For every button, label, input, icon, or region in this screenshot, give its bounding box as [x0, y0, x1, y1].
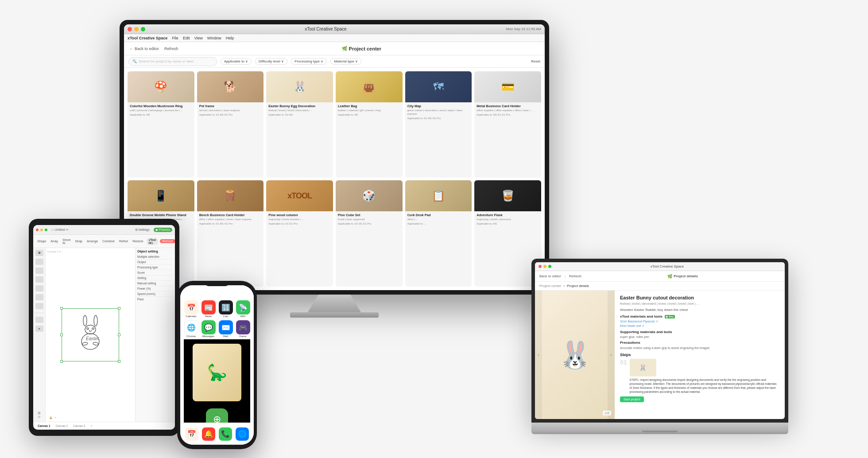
laptop-maximize-button[interactable] — [548, 265, 551, 268]
processing-filter-button[interactable]: Processing type ∨ — [291, 58, 327, 65]
ipad-sidebar-move-tool[interactable]: ⊕ — [35, 250, 43, 256]
ipad-tool-strap[interactable]: Strap — [74, 240, 84, 243]
start-project-button[interactable]: Start project — [620, 396, 644, 402]
maximize-button[interactable] — [141, 27, 145, 31]
ipad-maximize[interactable] — [45, 229, 47, 231]
dock-safari[interactable]: 🌐 — [236, 427, 249, 441]
selection-handle-mr[interactable] — [118, 334, 120, 336]
project-card-bag[interactable]: 👜 Leather Bag leather | material | gift … — [336, 71, 403, 178]
canvas-tab-1[interactable]: Canvas 1 — [36, 424, 52, 427]
right-panel-title: Object setting — [137, 250, 173, 253]
dock-calendar[interactable]: 📅 — [185, 427, 198, 441]
app-icon-calc[interactable]: 🔢 Calc — [218, 300, 233, 318]
dock-reminders[interactable]: 🔔 — [202, 427, 215, 441]
project-card-petframe[interactable]: 🐕 Pet frame animal | decoration | laser … — [197, 71, 264, 178]
close-button[interactable] — [128, 27, 132, 31]
project-card-beechcard[interactable]: 🪵 Beech Business Card Holder office | of… — [197, 180, 264, 287]
ipad-toolbar: Shape Array Shoot AI Strap Arrange Combi… — [33, 235, 175, 248]
project-card-pinecube[interactable]: 🎲 Pine Cube Set loved | laser supported … — [336, 180, 403, 287]
refresh-button[interactable]: Refresh — [164, 47, 178, 51]
ipad-minimize[interactable] — [40, 229, 43, 231]
selection-handle-tl[interactable] — [60, 307, 63, 310]
applicable-filter-button[interactable]: Applicable to ∨ — [221, 58, 252, 65]
monitor-screen: xTool Creative Space Mon Sep 19 11:50 AM… — [124, 24, 545, 290]
difficulty-filter-button[interactable]: Difficulty level ∨ — [255, 58, 287, 65]
laptop-detail-info: Easter Bunny cutout decoration festival … — [615, 291, 785, 419]
project-card-corkdesk[interactable]: 📋 Cork Desk Pad office | ... Applicable … — [405, 180, 472, 287]
tool-link-2[interactable]: Elixir blade unit ↗ — [620, 324, 779, 328]
project-card-mushroom[interactable]: 🍄 Colorful Wooden Mushroom Ring craft | … — [128, 71, 194, 178]
back-to-editor-button[interactable]: ← Back to editor — [129, 47, 159, 51]
selection-handle-br[interactable] — [118, 360, 120, 363]
minimize-button[interactable] — [134, 27, 139, 31]
ipad-sidebar-select[interactable] — [35, 259, 43, 265]
ipad-tool-refine[interactable]: Refine — [118, 240, 129, 243]
canvas-content[interactable]: Easter — [62, 308, 119, 361]
dock-phone[interactable]: 📞 — [219, 427, 232, 441]
project-card-citymap[interactable]: 🗺 City Map grace culture | decoration | … — [405, 71, 472, 178]
laptop-minimize-button[interactable] — [543, 265, 546, 268]
ipad-settings-btn[interactable]: ⚙ Settings — [133, 228, 152, 232]
tools-section: xTool materials and tools ▶ Pro 3mm Bass… — [620, 314, 779, 328]
ipad-tool-arrange[interactable]: Arrange — [85, 240, 99, 243]
ipad-close[interactable] — [36, 229, 39, 231]
app-icon-calendar[interactable]: 📅 Calendar — [184, 300, 198, 318]
app-icon-messages[interactable]: 💬 Messages — [201, 320, 216, 338]
menu-file[interactable]: File — [172, 36, 178, 40]
app-icon-game[interactable]: 🎮 Game — [236, 320, 250, 338]
ipad-tool-shape[interactable]: Shape — [36, 240, 47, 243]
rp-speed[interactable]: Speed (mm/s) — [137, 291, 173, 297]
canvas-tab-add[interactable]: + — [89, 424, 94, 427]
steps-section: Steps 01 🐰 STEP1: Import designing docum… — [620, 353, 779, 394]
menu-help[interactable]: Help — [226, 36, 234, 40]
ipad-sidebar-zoom[interactable] — [35, 294, 43, 300]
precautions-text: Accurate motion using a laser grip to as… — [620, 346, 779, 350]
ipad-sidebar-text[interactable] — [35, 276, 43, 283]
app-toolbar: ← Back to editor Refresh Project center — [124, 42, 545, 55]
rp-power[interactable]: Power (%) — [137, 286, 173, 291]
material-filter-button[interactable]: Material type ∨ — [330, 58, 361, 65]
app-icon-chrome[interactable]: 🌐 Chrome — [184, 320, 198, 338]
app-icon-wifi[interactable]: 📡 WiFi — [236, 300, 250, 318]
laptop-back-btn[interactable]: Back to editor — [539, 274, 561, 278]
laptop-refresh-btn[interactable]: Refresh — [569, 274, 581, 278]
canvas-indicator: ⊟ — [38, 415, 41, 418]
prev-image-button[interactable]: ‹ — [535, 291, 542, 419]
tool-link-1[interactable]: 3mm Basswood Plywood ↗ — [620, 320, 779, 323]
ipad-sidebar-plus[interactable]: + — [35, 326, 43, 332]
canvas-tab-2[interactable]: Canvas 2 — [54, 424, 70, 427]
selection-handle-ml[interactable] — [60, 334, 63, 336]
rp-manual-setting[interactable]: Manual setting — [137, 281, 173, 286]
menu-xtool[interactable]: xTool Creative Space — [128, 36, 167, 40]
selection-handle-tr[interactable] — [118, 307, 120, 310]
menu-view[interactable]: View — [194, 36, 202, 40]
project-card-pinewood[interactable]: xTOOL Pine wood column engraving | lovel… — [266, 180, 333, 287]
menu-edit[interactable]: Edit — [183, 36, 190, 40]
ipad-tool-array[interactable]: Array — [49, 240, 59, 243]
app-icon-mail[interactable]: ✉️ Mail — [218, 320, 233, 338]
ipad-status-badge[interactable]: Refresh — [160, 239, 175, 243]
ipad-tool-restore[interactable]: Restore — [131, 240, 145, 243]
project-card-image: 🐰 — [266, 71, 333, 102]
search-box[interactable]: 🔍 Search for project by name or label — [128, 57, 217, 66]
selection-handle-bl[interactable] — [60, 360, 63, 363]
ipad-tool-combine[interactable]: Combine — [101, 240, 116, 243]
next-image-button[interactable]: › — [608, 291, 615, 419]
ipad-process-btn[interactable]: ▶ Process — [154, 228, 172, 232]
project-detail-image: 🐰 — [535, 291, 615, 419]
ipad-sidebar-pen[interactable] — [35, 268, 43, 274]
reset-filter-button[interactable]: Reset — [531, 59, 540, 63]
breadcrumb-root[interactable]: Project center — [539, 284, 561, 288]
cs-action-button[interactable]: ⊕ — [206, 408, 228, 423]
ipad-sidebar-layers[interactable] — [35, 317, 43, 323]
rp-pass[interactable]: Pass — [137, 297, 173, 302]
ipad-sidebar-shape[interactable] — [35, 285, 43, 291]
project-card-bunny[interactable]: 🐰 Easter Bunny Egg Decoration festival |… — [266, 71, 333, 178]
menu-window[interactable]: Window — [207, 36, 221, 40]
app-icon-news[interactable]: 📰 News — [201, 300, 216, 318]
canvas-tab-3[interactable]: Canvas 3 — [71, 424, 87, 427]
ipad-sidebar-eyedrop[interactable] — [35, 303, 43, 309]
project-card-bizcard[interactable]: 💳 Metal Business Card Holder office supp… — [474, 71, 541, 178]
ipad-tool-shootai[interactable]: Shoot AI — [61, 238, 72, 245]
laptop-close-button[interactable] — [539, 265, 542, 268]
